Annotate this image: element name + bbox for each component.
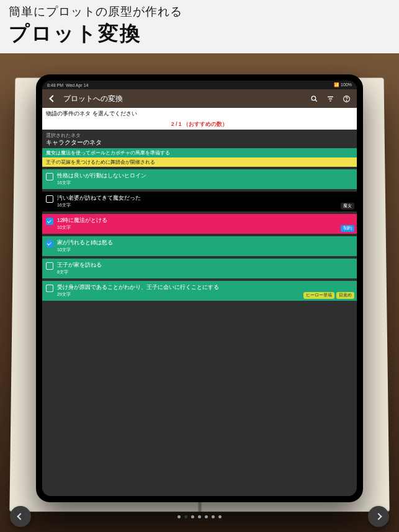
search-button[interactable] (308, 93, 320, 104)
next-page-button[interactable] (368, 506, 389, 527)
promo-subtitle: 簡単にプロットの原型が作れる (9, 4, 390, 20)
card-title: 家が汚れると姉は怒る (57, 239, 353, 247)
char-count: 10文字 (57, 224, 353, 231)
card-body: 家が汚れると姉は怒る10文字 (57, 239, 353, 253)
chevron-left-icon (49, 95, 56, 102)
selected-strip: 魔女は魔法を使ってボールとカボチャの馬車を準備する (42, 148, 357, 157)
idea-card[interactable]: 王子が家を訪ねる8文字 (42, 259, 357, 278)
help-icon (343, 95, 351, 103)
card-body: 12時に魔法がとける10文字 (57, 217, 353, 231)
card-title: 性格は良いが行動はしないヒロイン (57, 172, 353, 180)
svg-point-6 (346, 100, 347, 100)
char-count: 16文字 (57, 202, 353, 208)
tag: 魔女 (341, 203, 354, 210)
page-dot[interactable] (184, 515, 187, 518)
idea-card[interactable]: 受け身が原因であることがわかり、王子に会いに行くことにする29文字ヒーロー登場目… (42, 281, 357, 301)
checkbox[interactable] (46, 285, 53, 292)
page-dot[interactable] (191, 515, 194, 518)
checkbox[interactable] (46, 173, 53, 180)
idea-card[interactable]: 汚い老婆が訪ねてきて魔女だった16文字魔女 (42, 192, 357, 211)
tag: 目覚め (336, 292, 354, 299)
prev-page-button[interactable] (10, 506, 31, 527)
svg-line-1 (315, 99, 316, 101)
search-icon (310, 95, 318, 103)
checkbox[interactable] (46, 262, 53, 270)
card-title: 12時に魔法がとける (57, 217, 353, 224)
content-area: 物語の事件のネタ を選んでください 2 / 1 （おすすめの数） 選択されたネタ… (42, 108, 357, 496)
page-dot[interactable] (198, 515, 201, 518)
page-dot[interactable] (205, 515, 208, 518)
card-body: 王子が家を訪ねる8文字 (57, 262, 353, 275)
page-dot[interactable] (218, 515, 222, 518)
filter-icon (326, 95, 334, 103)
status-bar: 8:48 PM Wed Apr 14 📶 100% (42, 81, 357, 89)
promo-title: プロット変換 (9, 20, 390, 48)
page-dot[interactable] (212, 515, 215, 518)
promo-header: 簡単にプロットの原型が作れる プロット変換 (0, 0, 399, 53)
tag: 制約 (341, 225, 354, 232)
filter-button[interactable] (325, 93, 336, 104)
selected-label: 選択されたネタ (42, 130, 357, 139)
tablet-frame: 8:48 PM Wed Apr 14 📶 100% プロットへの変換 物語の事件… (36, 74, 363, 502)
tag: ヒーロー登場 (303, 292, 334, 299)
char-count: 10文字 (57, 247, 353, 253)
app-bar: プロットへの変換 (42, 89, 357, 108)
char-count: 8文字 (57, 269, 353, 275)
chevron-left-icon (17, 513, 24, 520)
card-title: 汚い老婆が訪ねてきて魔女だった (57, 195, 353, 202)
back-button[interactable] (47, 93, 58, 104)
selected-strip: 王子の花嫁を見つけるために舞踏会が開催される (42, 157, 357, 167)
checkbox[interactable] (46, 218, 53, 225)
idea-card[interactable]: 家が汚れると姉は怒る10文字 (42, 236, 357, 256)
card-body: 汚い老婆が訪ねてきて魔女だった16文字 (57, 195, 353, 208)
checkbox[interactable] (46, 240, 53, 247)
recommend-count: 2 / 1 （おすすめの数） (42, 120, 357, 130)
status-time: 8:48 PM Wed Apr 14 (47, 83, 88, 87)
idea-card[interactable]: 性格は良いが行動はしないヒロイン16文字 (42, 169, 357, 189)
appbar-title: プロットへの変換 (63, 94, 303, 104)
idea-card[interactable]: 12時に魔法がとける10文字制約 (42, 214, 357, 234)
pager (0, 506, 399, 527)
category-label: キャラクターのネタ (42, 139, 357, 148)
page-dot[interactable] (177, 515, 181, 518)
help-button[interactable] (341, 93, 352, 104)
page-dots (177, 515, 222, 518)
card-title: 受け身が原因であることがわかり、王子に会いに行くことにする (57, 284, 353, 291)
checkbox[interactable] (46, 195, 53, 203)
status-battery: 📶 100% (334, 82, 352, 87)
chevron-right-icon (375, 513, 382, 520)
char-count: 16文字 (57, 180, 353, 186)
svg-point-0 (312, 96, 316, 100)
tag-row: ヒーロー登場目覚め (303, 292, 354, 299)
prompt-line: 物語の事件のネタ を選んでください (42, 108, 357, 120)
card-title: 王子が家を訪ねる (57, 262, 353, 269)
card-body: 性格は良いが行動はしないヒロイン16文字 (57, 172, 353, 186)
